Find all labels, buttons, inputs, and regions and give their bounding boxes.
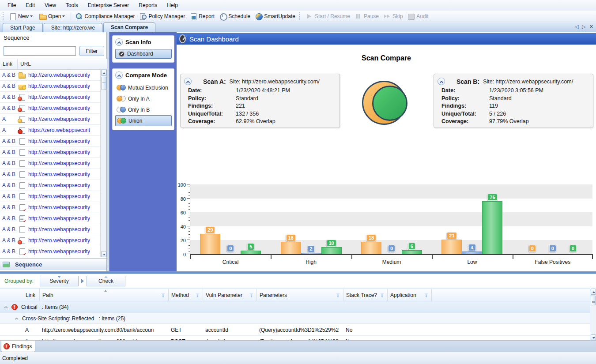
skip-button[interactable]: Skip [381,11,405,21]
collapse-chevron-icon[interactable] [4,305,8,309]
sequence-row-url[interactable]: http://zero.webappsecurity [25,193,90,199]
scrollbar-thumb[interactable] [591,296,596,305]
policy-manager-button[interactable]: Policy Manager [137,11,187,21]
bar-scan-a[interactable] [281,242,301,254]
sequence-row-url[interactable]: http://zero.webappsecurity [25,72,90,78]
sequence-row[interactable]: A & Bhttp://zero.webappsecurity [0,147,101,158]
scroll-up-icon[interactable] [591,289,596,295]
sequence-row-url[interactable]: http://zero.webappsecurity [25,149,90,155]
sequence-row[interactable]: A & Bhttp://zero.webappsecurity [0,235,101,246]
filter-funnel-icon[interactable] [161,293,166,297]
findings-tab[interactable]: ! Findings [1,341,35,352]
toolbar-grip[interactable] [3,12,5,20]
mode-only-in-a[interactable]: Only In A [115,93,172,104]
audit-button[interactable]: Audit [405,11,430,21]
menu-tools[interactable]: Tools [61,1,83,10]
column-header-parameters[interactable]: Parameters [257,289,343,301]
mode-mutual-exclusion[interactable]: Mutual Exclusion [115,82,172,93]
bar-scan-b[interactable] [462,251,482,254]
open-dropdown-icon[interactable] [62,15,65,17]
sequence-row-url[interactable]: http://zero.webappsecurity [25,171,90,177]
filter-funnel-icon[interactable] [249,293,254,297]
menu-reports[interactable]: Reports [134,1,162,10]
bar-scan-a[interactable] [200,234,220,254]
sequence-row[interactable]: A & Bhttp://zero.webappsecurity [0,180,101,191]
tab-scroll-right-icon[interactable]: ▷ [582,24,585,30]
filter-funnel-icon[interactable] [336,293,340,297]
group-button-severity[interactable]: Severity [40,276,79,286]
column-header-stack-trace[interactable]: Stack Trace? [343,289,388,301]
tab-start-page[interactable]: Start Page [3,23,43,32]
menu-file[interactable]: File [3,1,21,10]
bar-intersect[interactable] [241,251,261,254]
bar-intersect[interactable] [482,201,502,254]
sequence-row[interactable]: A & Bhttp://zero.webappsecurity [0,224,101,235]
dashboard-button[interactable]: Dashboard [115,49,172,59]
check-group-row[interactable]: Cross-Site Scripting: Reflected : Items … [0,313,590,324]
sequence-row-url[interactable]: http://zero.webappsecurity [25,160,90,166]
findings-row[interactable]: Ahttp://zero.webappsecurity.com:80/bank/… [0,336,590,340]
tab-scan-compare[interactable]: Scan Compare [103,23,155,32]
mode-union[interactable]: Union [115,115,172,126]
menu-help[interactable]: Help [162,1,183,10]
sequence-filter-input[interactable] [4,46,76,56]
sequence-row[interactable]: A & Bhttp://zero.webappsecurity [0,136,101,147]
sequence-row[interactable]: A & Bhttp://zero.webappsecurity [0,202,101,213]
sequence-row-url[interactable]: http://zero.webappsecurity [25,94,90,100]
mode-only-in-b[interactable]: Only In B [115,104,172,115]
menu-edit[interactable]: Edit [21,1,40,10]
scrollbar-thumb[interactable] [101,77,106,90]
column-header-link[interactable]: Link [0,59,18,69]
sequence-footer-bar[interactable]: Sequence [0,258,106,270]
collapse-chevron-icon[interactable] [184,78,192,85]
scroll-down-icon[interactable] [591,334,596,340]
column-header-method[interactable]: Method [169,289,203,301]
filter-funnel-icon[interactable] [195,293,200,297]
sequence-row[interactable]: A & Bhttp://zero.webappsecurity [0,246,101,257]
findings-row[interactable]: Ahttp://zero.webappsecurity.com:80/bank/… [0,324,590,336]
filter-funnel-icon[interactable] [35,293,37,297]
menu-enterprise-server[interactable]: Enterprise Server [83,1,134,10]
sequence-row[interactable]: A & Bhttp://zero.webappsecurity [0,158,101,169]
sequence-row-url[interactable]: http://zero.webappsecurity [25,204,90,210]
new-dropdown-icon[interactable] [30,15,33,17]
schedule-button[interactable]: Schedule [217,11,253,21]
collapse-chevron-icon[interactable] [15,317,19,320]
filter-button[interactable]: Filter [79,46,104,56]
sequence-row-url[interactable]: http://zero.webappsecurity [25,237,90,244]
collapse-chevron-icon[interactable] [115,38,123,46]
compliance-manager-button[interactable]: Compliance Manager [73,11,137,21]
column-header-path[interactable]: Path [40,289,169,301]
sequence-row-url[interactable]: http://zero.webappsecurity [25,138,90,144]
sequence-scrollbar[interactable] [100,70,106,257]
sequence-row-url[interactable]: http://zero.webappsecurity [25,182,90,188]
group-button-check[interactable]: Check [87,276,125,286]
filter-funnel-icon[interactable] [380,293,385,297]
sequence-row-url[interactable]: http://zero.webappsecurity [25,105,90,111]
sequence-row[interactable]: A & Bhttp://zero.webappsecurity [0,70,101,81]
menu-view[interactable]: View [40,1,61,10]
open-button[interactable]: Open [37,11,69,21]
sequence-row[interactable]: A & Bhttp://zero.webappsecurity [0,169,101,180]
bar-scan-a[interactable] [361,242,381,254]
bar-scan-b[interactable] [301,253,321,254]
report-button[interactable]: Report [187,11,217,21]
sequence-row-url[interactable]: http://zero.webappsecurity [25,248,90,255]
bar-scan-a[interactable] [441,240,462,254]
sequence-row-url[interactable]: http://zero.webappsecurity [25,116,90,122]
sequence-row-url[interactable]: https://zero.webappsecurit [25,127,90,133]
filter-funnel-icon[interactable] [424,293,429,297]
sequence-row[interactable]: A & Bhttp://zero.webappsecurity [0,213,101,224]
collapse-chevron-icon[interactable] [438,78,445,85]
start-resume-button[interactable]: Start / Resume [303,11,352,21]
scroll-down-icon[interactable] [101,251,106,257]
sequence-row[interactable]: A & Bhttp://zero.webappsecurity [0,81,101,92]
sequence-row[interactable]: Ahttp://zero.webappsecurity [0,114,101,125]
sequence-row-url[interactable]: http://zero.webappsecurity [25,226,90,233]
smartupdate-button[interactable]: SmartUpdate [253,11,298,21]
column-header-vuln-parameter[interactable]: Vuln Parameter [203,289,257,301]
findings-scrollbar[interactable] [590,289,596,340]
toolbar-grip-2[interactable] [299,12,302,20]
column-header-application[interactable]: Application [388,289,432,301]
pause-button[interactable]: Pause [352,11,381,21]
